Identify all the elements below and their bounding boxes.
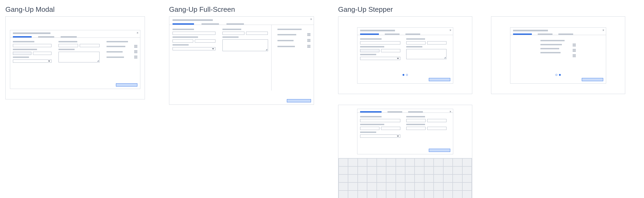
close-icon[interactable]: × (602, 29, 604, 32)
close-icon[interactable]: × (449, 110, 451, 113)
text-input[interactable] (33, 52, 52, 55)
tab-2[interactable] (385, 33, 400, 35)
primary-button[interactable] (429, 149, 450, 152)
select-input[interactable] (360, 135, 400, 138)
drag-handle-icon[interactable] (573, 44, 576, 46)
fullscreen-sidebar (274, 25, 314, 91)
resize-handle-icon[interactable] (444, 57, 446, 58)
stepper-b-body (510, 35, 606, 57)
tab-active[interactable] (513, 33, 532, 35)
text-input[interactable] (80, 44, 100, 47)
list-item-label (107, 51, 123, 53)
text-input[interactable] (13, 52, 31, 55)
tab-active[interactable] (360, 33, 379, 35)
modal-tab-active[interactable] (13, 36, 32, 38)
text-input[interactable] (406, 119, 426, 122)
text-input[interactable] (195, 39, 215, 43)
textarea-input[interactable] (222, 39, 268, 51)
section-fullscreen-title: Gang-Up Full-Screen (169, 5, 314, 14)
grid-cell (348, 190, 357, 198)
step-dot-1[interactable] (555, 74, 557, 76)
text-input[interactable] (58, 44, 78, 47)
field-label (58, 49, 75, 50)
grid-cell (367, 166, 376, 174)
modal-title-bar (13, 32, 50, 34)
grid-cell (424, 166, 434, 174)
close-icon[interactable]: × (310, 18, 312, 21)
field-label (406, 124, 425, 125)
drag-handle-icon[interactable] (134, 56, 137, 58)
grid-cell (396, 158, 405, 166)
grid-cell (424, 158, 434, 166)
primary-button[interactable] (429, 78, 450, 81)
stepper-a-col-1 (360, 38, 400, 60)
stepper-dots-a (357, 74, 453, 76)
textarea-input[interactable] (406, 49, 447, 59)
stepper-modal-a: × (357, 27, 453, 84)
modal-tab-3[interactable] (61, 36, 77, 38)
modal-tab-2[interactable] (38, 36, 54, 38)
text-input[interactable] (360, 127, 379, 130)
text-input[interactable] (427, 119, 447, 122)
text-input[interactable] (381, 127, 400, 130)
drag-handle-icon[interactable] (573, 49, 576, 52)
drag-handle-icon[interactable] (307, 39, 310, 42)
primary-button[interactable] (582, 78, 603, 81)
section-fullscreen: Gang-Up Full-Screen × (169, 5, 314, 105)
drag-handle-icon[interactable] (573, 54, 576, 57)
text-input[interactable] (406, 41, 426, 44)
text-input[interactable] (360, 41, 400, 44)
list-item-label (540, 48, 559, 49)
list-item-label (277, 34, 296, 35)
step-dot-1[interactable] (402, 74, 404, 76)
text-input[interactable] (222, 32, 244, 35)
text-input[interactable] (360, 119, 400, 122)
close-icon[interactable]: × (449, 29, 451, 32)
tab-2[interactable] (387, 111, 402, 113)
drag-handle-icon[interactable] (307, 45, 310, 48)
tab-active[interactable] (360, 111, 382, 113)
step-dot-2[interactable] (406, 74, 408, 76)
text-input[interactable] (381, 49, 400, 52)
grid-cell (396, 174, 405, 182)
tab-3[interactable] (405, 33, 420, 35)
step-dot-2[interactable] (559, 74, 561, 76)
drag-handle-icon[interactable] (134, 50, 137, 53)
drag-handle-icon[interactable] (307, 33, 310, 36)
text-input[interactable] (13, 44, 52, 47)
primary-button[interactable] (287, 99, 311, 102)
tab-active[interactable] (173, 23, 194, 25)
text-input[interactable] (246, 32, 268, 35)
select-input[interactable] (360, 57, 400, 60)
grid-cell (443, 190, 453, 198)
text-input[interactable] (406, 127, 426, 130)
grid-cell (367, 182, 376, 190)
preview-grid (338, 158, 472, 198)
grid-cell (377, 158, 386, 166)
tab-2[interactable] (202, 23, 219, 25)
tab-2[interactable] (538, 33, 552, 35)
grid-cell (434, 166, 443, 174)
field-label (222, 36, 239, 38)
text-input[interactable] (173, 39, 193, 43)
section-stepper-title: Gang-Up Stepper (338, 5, 625, 14)
drag-handle-icon[interactable] (134, 45, 137, 48)
stepper-b-handles (573, 40, 576, 57)
resize-handle-icon[interactable] (97, 60, 99, 62)
text-input[interactable] (427, 127, 447, 130)
grid-cell (339, 182, 348, 190)
select-input[interactable] (173, 47, 215, 50)
textarea-input[interactable] (58, 52, 100, 62)
tab-3[interactable] (558, 33, 573, 35)
tab-3[interactable] (408, 111, 423, 113)
field-label (360, 132, 376, 133)
resize-handle-icon[interactable] (266, 49, 267, 50)
text-input[interactable] (173, 32, 215, 35)
primary-button[interactable] (116, 83, 137, 87)
close-icon[interactable]: × (137, 31, 138, 35)
text-input[interactable] (360, 49, 379, 52)
tab-3[interactable] (226, 23, 244, 25)
section-modal-title: Gang-Up Modal (5, 5, 145, 14)
text-input[interactable] (427, 41, 447, 44)
select-input[interactable] (13, 59, 52, 63)
